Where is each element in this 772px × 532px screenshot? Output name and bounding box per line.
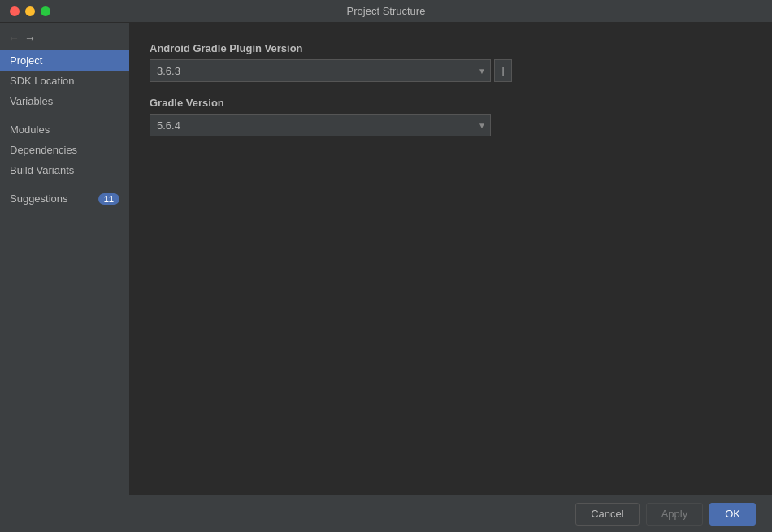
sidebar: ← → Project SDK Location Variables Modul… xyxy=(0,23,130,495)
plugin-version-group: Android Gradle Plugin Version 3.6.3 4.0.… xyxy=(150,42,752,82)
window-title: Project Structure xyxy=(347,5,426,17)
plugin-version-row: 3.6.3 4.0.0 4.1.0 4.2.0 ▼ | xyxy=(150,59,752,82)
suggestions-badge: 11 xyxy=(98,193,119,205)
sync-button[interactable]: | xyxy=(494,59,512,82)
plugin-version-select[interactable]: 3.6.3 4.0.0 4.1.0 4.2.0 xyxy=(150,59,491,82)
back-button[interactable]: ← xyxy=(8,32,20,44)
gradle-version-group: Gradle Version 5.6.4 6.1.1 6.5 6.7.1 ▼ xyxy=(150,97,752,136)
apply-button[interactable]: Apply xyxy=(646,503,704,526)
plugin-version-label: Android Gradle Plugin Version xyxy=(150,42,752,54)
content-area: Android Gradle Plugin Version 3.6.3 4.0.… xyxy=(130,23,772,495)
nav-arrows: ← → xyxy=(0,29,129,50)
sidebar-item-suggestions[interactable]: Suggestions 11 xyxy=(0,188,129,209)
cancel-button[interactable]: Cancel xyxy=(575,503,639,526)
gradle-version-select[interactable]: 5.6.4 6.1.1 6.5 6.7.1 xyxy=(150,114,491,136)
sidebar-gap-1 xyxy=(0,111,129,119)
plugin-version-select-wrapper: 3.6.3 4.0.0 4.1.0 4.2.0 ▼ xyxy=(150,59,491,82)
sync-icon: | xyxy=(501,65,504,76)
sidebar-item-label: Project xyxy=(10,54,42,67)
main-area: ← → Project SDK Location Variables Modul… xyxy=(0,23,772,495)
gradle-version-row: 5.6.4 6.1.1 6.5 6.7.1 ▼ xyxy=(150,114,752,136)
sidebar-item-dependencies[interactable]: Dependencies xyxy=(0,140,129,160)
footer: Cancel Apply OK xyxy=(0,495,772,532)
ok-button[interactable]: OK xyxy=(709,503,756,526)
titlebar: Project Structure xyxy=(0,0,772,23)
sidebar-item-label: Suggestions xyxy=(10,192,68,205)
gradle-version-label: Gradle Version xyxy=(150,97,752,109)
sidebar-item-project[interactable]: Project xyxy=(0,50,129,71)
sidebar-item-label: Modules xyxy=(10,123,50,136)
sidebar-item-label: Build Variants xyxy=(10,164,74,176)
sidebar-item-sdk-location[interactable]: SDK Location xyxy=(0,71,129,91)
close-button[interactable] xyxy=(10,6,20,16)
maximize-button[interactable] xyxy=(41,6,50,16)
sidebar-item-variables[interactable]: Variables xyxy=(0,91,129,111)
gradle-version-select-wrapper: 5.6.4 6.1.1 6.5 6.7.1 ▼ xyxy=(150,114,491,136)
forward-button[interactable]: → xyxy=(24,32,36,44)
sidebar-item-label: Dependencies xyxy=(10,144,77,156)
minimize-button[interactable] xyxy=(25,6,35,16)
sidebar-item-build-variants[interactable]: Build Variants xyxy=(0,160,129,180)
sidebar-gap-2 xyxy=(0,180,129,188)
sidebar-item-label: SDK Location xyxy=(10,75,75,87)
sidebar-item-modules[interactable]: Modules xyxy=(0,119,129,140)
sidebar-item-label: Variables xyxy=(10,95,53,107)
window-controls xyxy=(10,6,50,16)
